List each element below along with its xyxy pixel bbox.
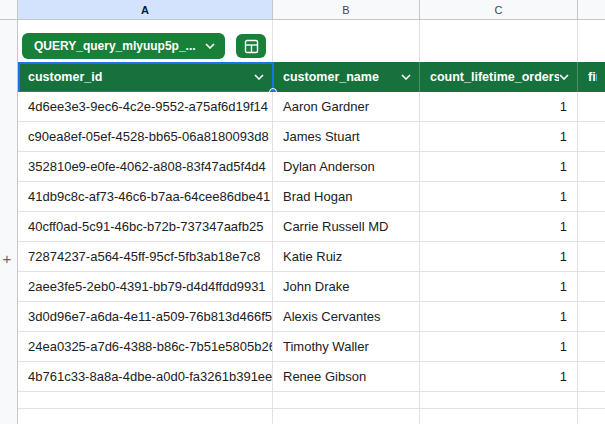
cell-count-lifetime-orders[interactable]: 1 (420, 272, 578, 301)
table-menu-button[interactable] (236, 34, 266, 58)
header-label: count_lifetime_orders (430, 70, 559, 84)
cell-empty[interactable] (578, 332, 605, 361)
cell-empty[interactable] (578, 302, 605, 331)
table-name-chip[interactable]: QUERY_query_mlyuup5p_... (22, 33, 225, 59)
cell-count-lifetime-orders[interactable]: 1 (420, 362, 578, 391)
sheet-grid: QUERY_query_mlyuup5p_... customer_id cus… (18, 20, 605, 424)
table-row: 4b761c33-8a8a-4dbe-a0d0-fa3261b391eeRene… (18, 362, 605, 392)
cell-empty[interactable] (578, 152, 605, 181)
cell-count-lifetime-orders[interactable]: 1 (420, 122, 578, 151)
cell-count-lifetime-orders[interactable]: 1 (420, 182, 578, 211)
cell-count-lifetime-orders[interactable]: 1 (420, 242, 578, 271)
table-row: 2aee3fe5-2eb0-4391-bb79-d4d4ffdd9931John… (18, 272, 605, 302)
cell-customer-name[interactable]: James Stuart (273, 122, 420, 151)
add-icon[interactable]: + (0, 251, 15, 267)
cell-customer-id[interactable]: 41db9c8c-af73-46c6-b7aa-64cee86dbe41 (18, 182, 273, 211)
cell-customer-name[interactable]: Alexis Cervantes (273, 302, 420, 331)
cell-customer-id[interactable]: 3d0d96e7-a6da-4e11-a509-76b813d466f5 (18, 302, 273, 331)
table-row: 352810e9-e0fe-4062-a808-83f47ad5f4d4Dyla… (18, 152, 605, 182)
cell-empty[interactable] (578, 212, 605, 241)
cell-empty[interactable] (578, 272, 605, 301)
cell-count-lifetime-orders[interactable]: 1 (420, 212, 578, 241)
cell-customer-name[interactable]: Renee Gibson (273, 362, 420, 391)
chevron-down-icon (205, 43, 215, 49)
column-header-row: A B C (18, 0, 605, 20)
cell-count-lifetime-orders[interactable]: 1 (420, 92, 578, 121)
gridline (272, 392, 273, 424)
cell-customer-name[interactable]: John Drake (273, 272, 420, 301)
cell-customer-id[interactable]: 4d6ee3e3-9ec6-4c2e-9552-a75af6d19f14 (18, 92, 273, 121)
table-name-label: QUERY_query_mlyuup5p_... (34, 39, 196, 53)
cell-customer-id[interactable]: 4b761c33-8a8a-4dbe-a0d0-fa3261b391ee (18, 362, 273, 391)
table-row: 4d6ee3e3-9ec6-4c2e-9552-a75af6d19f14Aaro… (18, 92, 605, 122)
column-header-b[interactable]: B (273, 0, 420, 19)
cell-customer-name[interactable]: Brad Hogan (273, 182, 420, 211)
cell-empty[interactable] (578, 182, 605, 211)
gridline (419, 392, 420, 424)
column-header-c[interactable]: C (420, 0, 578, 19)
header-cell-customer-id[interactable]: customer_id (18, 62, 273, 92)
table-row: 40cff0ad-5c91-46bc-b72b-737347aafb25Carr… (18, 212, 605, 242)
table-body: 4d6ee3e3-9ec6-4c2e-9552-a75af6d19f14Aaro… (18, 92, 605, 392)
table-header-row: customer_id customer_name count_lifetime… (18, 62, 605, 92)
cell-count-lifetime-orders[interactable]: 1 (420, 302, 578, 331)
cell-empty[interactable] (578, 122, 605, 151)
column-header-d[interactable] (578, 0, 605, 19)
table-row: c90ea8ef-05ef-4528-bb65-06a8180093d8Jame… (18, 122, 605, 152)
select-all-corner[interactable] (0, 0, 18, 20)
cell-empty[interactable] (578, 362, 605, 391)
cell-customer-id[interactable]: 2aee3fe5-2eb0-4391-bb79-d4d4ffdd9931 (18, 272, 273, 301)
header-cell-clipped[interactable]: fir (578, 62, 605, 92)
column-menu-chevron-icon[interactable] (559, 74, 569, 80)
header-label: customer_name (283, 70, 401, 84)
cell-count-lifetime-orders[interactable]: 1 (420, 332, 578, 361)
gridline (419, 20, 420, 62)
gridline (272, 20, 273, 62)
header-label: fir (588, 70, 597, 84)
column-menu-chevron-icon[interactable] (401, 74, 411, 80)
gridline (577, 20, 578, 62)
table-grid-icon (244, 39, 259, 54)
cell-empty[interactable] (578, 92, 605, 121)
header-cell-count-lifetime-orders[interactable]: count_lifetime_orders (420, 62, 578, 92)
header-cell-customer-name[interactable]: customer_name (273, 62, 420, 92)
cell-customer-id[interactable]: 352810e9-e0fe-4062-a808-83f47ad5f4d4 (18, 152, 273, 181)
table-row: 3d0d96e7-a6da-4e11-a509-76b813d466f5Alex… (18, 302, 605, 332)
cell-customer-id[interactable]: 40cff0ad-5c91-46bc-b72b-737347aafb25 (18, 212, 273, 241)
column-header-a[interactable]: A (18, 0, 273, 19)
gridline (577, 392, 578, 424)
cell-empty[interactable] (578, 242, 605, 271)
cell-customer-id[interactable]: c90ea8ef-05ef-4528-bb65-06a8180093d8 (18, 122, 273, 151)
spreadsheet-view: A B C + QUERY_query_mlyuup5p_... (0, 0, 605, 424)
row-gutter: + (0, 20, 18, 424)
table-row: 41db9c8c-af73-46c6-b7aa-64cee86dbe41Brad… (18, 182, 605, 212)
cell-customer-id[interactable]: 72874237-a564-45ff-95cf-5fb3ab18e7c8 (18, 242, 273, 271)
cell-customer-name[interactable]: Dylan Anderson (273, 152, 420, 181)
header-label: customer_id (28, 70, 254, 84)
table-row: 24ea0325-a7d6-4388-b86c-7b51e5805b26Timo… (18, 332, 605, 362)
cell-customer-name[interactable]: Aaron Gardner (273, 92, 420, 121)
column-menu-chevron-icon[interactable] (254, 74, 264, 80)
cell-customer-name[interactable]: Katie Ruiz (273, 242, 420, 271)
cell-customer-id[interactable]: 24ea0325-a7d6-4388-b86c-7b51e5805b26 (18, 332, 273, 361)
cell-customer-name[interactable]: Timothy Waller (273, 332, 420, 361)
cell-customer-name[interactable]: Carrie Russell MD (273, 212, 420, 241)
gridline (18, 408, 605, 409)
table-row: 72874237-a564-45ff-95cf-5fb3ab18e7c8Kati… (18, 242, 605, 272)
cell-count-lifetime-orders[interactable]: 1 (420, 152, 578, 181)
